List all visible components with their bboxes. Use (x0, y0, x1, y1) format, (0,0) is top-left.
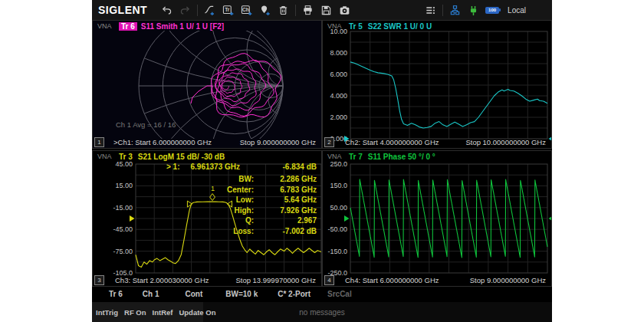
y-tick: 6.000 (330, 71, 347, 78)
y-tick: 2.000 (330, 113, 347, 121)
vna-screen: SIGLENT Tr Ch (92, 0, 552, 322)
status-item[interactable]: BW=10 k (225, 290, 258, 298)
q3-bandwidth-panel: BW:2.286 GHzCenter:6.783 GHzLow:5.64 GHz… (227, 174, 317, 237)
print-icon[interactable] (301, 4, 314, 17)
q3-marker-readout: > 1: 6.961373 GHz -6.834 dB (166, 163, 317, 171)
y-tick: 50.00 (330, 204, 347, 212)
q2-title: S22 SWR 1 U/ 0 U (368, 22, 432, 31)
meas-label: Q: (227, 215, 254, 226)
q2-stop-label: Stop 10.000000000 GHz (465, 138, 546, 146)
q1-header: VNA Tr 6 S11 Smith 1 U/ 1 U [F2] (97, 21, 224, 31)
y-tick: 15.00 (115, 182, 133, 189)
swr-plot: 10.008.0006.0004.0002.0000.000 (323, 21, 551, 148)
local-mode-label[interactable]: Local (508, 6, 526, 15)
status-item[interactable]: Cont (185, 290, 202, 298)
siglent-logo: SIGLENT (98, 4, 147, 16)
graticule (350, 31, 547, 139)
graticule (350, 164, 547, 273)
marker-1-label: 1 (211, 185, 215, 192)
status-bar: Tr 6Ch 1ContBW=10 kC* 2-PortSrcCal (92, 286, 552, 301)
window-1-smith[interactable]: VNA Tr 6 S11 Smith 1 U/ 1 U [F2] Ch 1 Av… (92, 20, 322, 149)
q1-window-badge[interactable]: 1 (94, 137, 104, 147)
smith-chart (93, 21, 321, 148)
q3-footer: 3 Ch3: Start 2.000030000 GHz Stop 13.999… (93, 274, 321, 285)
q2-footer: 2 Ch2: Start 4.000000000 GHz Stop 10.000… (323, 136, 551, 147)
meas-value: 2.967 (258, 215, 317, 226)
meas-value: 7.926 GHz (258, 205, 317, 216)
q3-header: VNA Tr 3 S21 LogM 15 dB/ -30 dB (97, 152, 225, 161)
window-2-swr[interactable]: VNA Tr 5 S22 SWR 1 U/ 0 U 10.008.0006.00… (322, 20, 552, 149)
marker-value: -6.834 dB (283, 163, 317, 171)
svg-text:Tr: Tr (225, 7, 230, 12)
ref-level-marker-right (549, 215, 552, 222)
battery-icon: 100 (485, 7, 499, 14)
y-tick: -45.00 (113, 225, 133, 233)
q2-start-label: Ch2: Start 4.000000000 GHz (345, 138, 439, 146)
y-tick: -75.00 (113, 248, 133, 255)
q1-footer: 1 >Ch1: Start 6.000000000 GHz Stop 9.000… (93, 136, 321, 147)
q1-trace-badge[interactable]: Tr 6 (119, 22, 137, 31)
screenshot-icon[interactable] (338, 4, 351, 17)
trigger-status-panel: IntTrigRF OnIntRefUpdate On (92, 302, 203, 322)
window-3-logm[interactable]: VNA Tr 3 S21 LogM 15 dB/ -30 dB 45.0015.… (92, 150, 322, 287)
q3-trace-label[interactable]: Tr 3 (119, 153, 133, 161)
meas-value: 6.783 GHz (258, 185, 317, 196)
meas-value: 2.286 GHz (258, 174, 317, 185)
q1-start-label: >Ch1: Start 6.000000000 GHz (113, 138, 212, 146)
q4-footer: 4 Ch4: Start 6.000000000 GHz Stop 9.0000… (323, 274, 551, 285)
save-icon[interactable] (320, 4, 333, 17)
status-item-dimmed[interactable]: SrcCal (327, 290, 352, 298)
channel-add-icon[interactable]: Ch (240, 4, 253, 17)
q2-vna-label: VNA (327, 22, 349, 30)
toolbar-separator (295, 5, 296, 16)
q2-window-badge[interactable]: 2 (324, 137, 334, 147)
y-tick: 250.0 (330, 160, 347, 168)
q2-trace-label[interactable]: Tr 5 (349, 22, 363, 31)
usb-power-icon[interactable] (467, 4, 480, 17)
redo-icon[interactable] (179, 4, 192, 17)
sweep-add-icon[interactable] (203, 4, 216, 17)
y-tick: 4.000 (330, 92, 347, 100)
svg-text:Ch: Ch (242, 7, 249, 12)
q3-window-badge[interactable]: 3 (94, 275, 104, 285)
marker-add-icon[interactable] (258, 4, 271, 17)
window-4-phase[interactable]: VNA Tr 7 S11 Phase 50 °/ 0 ° 250.0150.05… (322, 150, 552, 287)
q4-window-badge[interactable]: 4 (324, 275, 334, 285)
q4-header: VNA Tr 7 S11 Phase 50 °/ 0 ° (327, 152, 435, 161)
y-tick: -50.00 (327, 225, 347, 233)
status-item[interactable]: C* 2-Port (278, 290, 310, 298)
marker-frequency: 6.961373 GHz (191, 163, 241, 171)
trigger-status-item: Update On (179, 308, 215, 317)
q4-trace-label[interactable]: Tr 7 (349, 153, 363, 161)
toolbar: SIGLENT Tr Ch (92, 0, 552, 20)
undo-icon[interactable] (160, 4, 173, 17)
ref-level-marker-left (344, 215, 350, 222)
q4-vna-label: VNA (327, 153, 349, 160)
trigger-status-item: RF On (124, 308, 146, 317)
y-tick: 150.0 (330, 182, 347, 189)
meas-value: 5.64 GHz (258, 195, 317, 205)
lan-icon[interactable] (449, 4, 462, 17)
meas-label: Low: (227, 195, 254, 205)
meas-value: -7.002 dB (258, 226, 317, 237)
delete-icon[interactable] (277, 4, 290, 17)
q1-stop-label: Stop 9.000000000 GHz (240, 138, 316, 146)
info-bar: no messages IntTrigRF OnIntRefUpdate On (92, 302, 552, 322)
meas-label: Loss: (227, 226, 254, 237)
meas-label: Center: (227, 185, 254, 196)
menu-icon[interactable] (424, 4, 437, 17)
q3-title: S21 LogM 15 dB/ -30 dB (138, 153, 225, 161)
y-tick: 45.00 (115, 160, 133, 168)
meas-label: BW: (227, 174, 254, 185)
q1-avg-note: Ch 1 Avg = 16 / 16 (116, 120, 176, 129)
smith-graticule (93, 21, 321, 148)
y-tick: 8.000 (330, 49, 347, 57)
ref-level-marker-left (130, 215, 135, 222)
y-tick: -150.0 (327, 248, 347, 255)
q4-stop-label: Stop 9.000000000 GHz (470, 276, 546, 284)
trigger-status-item: IntRef (153, 308, 173, 317)
q3-stop-label: Stop 13.999970000 GHz (235, 276, 316, 284)
trace-add-icon[interactable]: Tr (222, 4, 235, 17)
status-item[interactable]: Tr 6 (109, 290, 123, 298)
status-item[interactable]: Ch 1 (143, 290, 159, 298)
